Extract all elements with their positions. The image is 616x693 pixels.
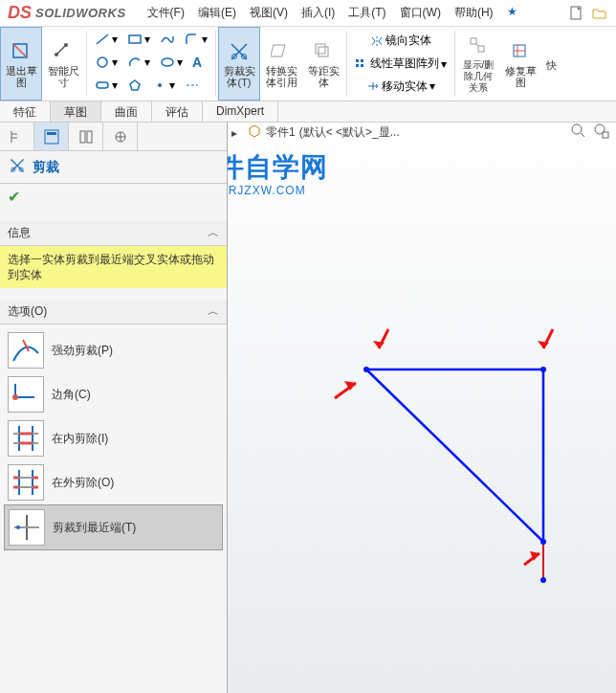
- annotation-arrow: [335, 381, 356, 398]
- open-doc-icon[interactable]: [591, 5, 608, 22]
- opt-power-trim[interactable]: 强劲剪裁(P): [4, 328, 223, 372]
- opt-trim-inside[interactable]: 在内剪除(I): [4, 416, 223, 460]
- svg-point-29: [16, 525, 20, 529]
- svg-rect-13: [319, 47, 328, 56]
- trim-outside-icon: [8, 464, 44, 501]
- svg-point-28: [12, 394, 18, 400]
- app-logo: DS SOLIDWORKS: [0, 3, 134, 23]
- menu-view[interactable]: 视图(V): [244, 1, 294, 25]
- sketch-tools-group: ▾ ▾ ▾ ▾ ▾ ▾ A ▾ ▾: [89, 27, 213, 101]
- graphics-canvas[interactable]: ▸ 零件1 (默认< <默认>_显... 软件自学网 WWW.RJZXW.COM: [228, 123, 616, 693]
- menu-insert[interactable]: 插入(I): [296, 1, 341, 25]
- chevron-up-icon: ︿: [208, 225, 219, 241]
- annotation-arrow: [373, 329, 388, 348]
- relations-icon: [467, 34, 490, 57]
- trim-icon: [228, 40, 251, 63]
- repair-sketch-button[interactable]: 修复草 图: [499, 27, 541, 101]
- transform-group: 镜向实体 线性草图阵列▾ 移动实体▾: [349, 27, 452, 101]
- menu-tools[interactable]: 工具(T): [342, 1, 391, 25]
- offset-entities-button[interactable]: 等距实 体: [302, 27, 344, 101]
- svg-rect-14: [356, 59, 359, 62]
- svg-point-35: [540, 539, 546, 545]
- svg-point-34: [540, 367, 546, 372]
- svg-marker-8: [130, 80, 140, 90]
- power-trim-icon: [8, 332, 44, 369]
- app-brand: SOLIDWORKS: [35, 6, 126, 20]
- annotation-arrow: [538, 329, 553, 348]
- move-entities-button[interactable]: 移动实体▾: [351, 76, 451, 97]
- corner-icon: [8, 376, 44, 413]
- svg-rect-4: [129, 35, 141, 43]
- menu-pin-icon[interactable]: ★: [501, 1, 523, 25]
- svg-rect-18: [471, 38, 476, 44]
- ok-check-icon[interactable]: ✔: [8, 189, 20, 205]
- exit-sketch-icon: [10, 40, 33, 63]
- pm-info-message: 选择一实体剪裁到最近端交叉实体或拖动到实体: [0, 246, 227, 288]
- tab-sketch[interactable]: 草图: [51, 101, 101, 122]
- linear-pattern-button[interactable]: 线性草图阵列▾: [351, 54, 451, 75]
- polygon-tool-icon[interactable]: [123, 75, 146, 96]
- tab-dimxpert[interactable]: DimXpert: [203, 101, 278, 122]
- menu-edit[interactable]: 编辑(E): [192, 1, 242, 25]
- dimxpert-tab-icon[interactable]: [103, 123, 138, 150]
- convert-entities-button[interactable]: 转换实 体引用: [260, 27, 302, 101]
- pm-header: 剪裁: [0, 151, 227, 184]
- pm-confirm-row: ✔: [0, 184, 227, 210]
- tab-feature[interactable]: 特征: [0, 101, 51, 122]
- tab-evaluate[interactable]: 评估: [152, 101, 203, 122]
- trim-entities-button[interactable]: 剪裁实 体(T): [218, 27, 260, 101]
- svg-rect-22: [47, 132, 56, 135]
- tab-surface[interactable]: 曲面: [101, 101, 152, 122]
- pm-options-list: 强劲剪裁(P) 边角(C) 在内剪除(I) 在外剪除(O) 剪裁到最近端(T): [0, 324, 227, 554]
- ellipse-tool-icon[interactable]: ▾: [156, 52, 187, 73]
- pm-info-header[interactable]: 信息 ︿: [0, 221, 227, 246]
- svg-point-5: [98, 57, 107, 67]
- circle-tool-icon[interactable]: ▾: [91, 52, 121, 73]
- smart-dimension-button[interactable]: 智能尺 寸: [42, 27, 84, 101]
- property-manager-tab-icon[interactable]: [34, 123, 69, 150]
- point-tool-icon[interactable]: ▾: [148, 75, 179, 96]
- exit-sketch-button[interactable]: 退出草 图: [0, 27, 42, 101]
- mirror-entities-button[interactable]: 镜向实体: [351, 31, 451, 52]
- chevron-up-icon: ︿: [208, 303, 219, 320]
- new-doc-icon[interactable]: [568, 5, 585, 22]
- svg-point-36: [540, 577, 546, 583]
- svg-rect-24: [87, 131, 92, 143]
- config-tab-icon[interactable]: [69, 123, 103, 150]
- svg-rect-7: [97, 82, 108, 88]
- sketch-triangle[interactable]: [366, 369, 543, 542]
- workspace: 剪裁 ✔ 信息 ︿ 选择一实体剪裁到最近端交叉实体或拖动到实体 选项(O) ︿ …: [0, 123, 616, 693]
- trim-header-icon: [8, 157, 27, 177]
- svg-rect-17: [361, 64, 363, 67]
- opt-trim-outside[interactable]: 在外剪除(O): [4, 460, 223, 504]
- svg-point-9: [158, 83, 162, 87]
- opt-trim-nearest[interactable]: 剪裁到最近端(T): [4, 504, 223, 550]
- svg-rect-16: [356, 64, 359, 67]
- menu-window[interactable]: 窗口(W): [394, 1, 447, 25]
- show-relations-button[interactable]: 显示/删 除几何 关系: [457, 27, 499, 101]
- svg-point-2: [55, 53, 58, 56]
- arc-tool-icon[interactable]: ▾: [123, 52, 154, 73]
- rect-tool-icon[interactable]: ▾: [123, 29, 154, 50]
- repair-icon: [509, 40, 532, 63]
- text-tool-icon[interactable]: A: [188, 52, 206, 73]
- spline-tool-icon[interactable]: [156, 29, 179, 50]
- pm-options-header[interactable]: 选项(O) ︿: [0, 300, 227, 324]
- svg-rect-23: [80, 131, 85, 143]
- centerline-tool-icon[interactable]: [181, 75, 204, 96]
- sketch-geometry: [228, 123, 616, 693]
- opt-corner[interactable]: 边角(C): [4, 372, 223, 416]
- svg-rect-19: [478, 46, 484, 52]
- feature-tree-tab-icon[interactable]: [0, 123, 34, 150]
- svg-point-3: [64, 43, 68, 47]
- svg-point-33: [363, 367, 369, 372]
- menu-file[interactable]: 文件(F): [142, 1, 190, 25]
- slot-tool-icon[interactable]: ▾: [91, 75, 121, 96]
- menubar: 文件(F) 编辑(E) 视图(V) 插入(I) 工具(T) 窗口(W) 帮助(H…: [142, 1, 523, 25]
- quick-button[interactable]: 快: [541, 27, 561, 101]
- ribbon: 退出草 图 智能尺 寸 ▾ ▾ ▾ ▾ ▾ ▾ A ▾ ▾ 剪裁实 体(T): [0, 27, 616, 101]
- line-tool-icon[interactable]: ▾: [91, 29, 121, 50]
- menu-help[interactable]: 帮助(H): [449, 1, 499, 25]
- fillet-tool-icon[interactable]: ▾: [181, 29, 211, 50]
- command-tabs: 特征 草图 曲面 评估 DimXpert: [0, 101, 616, 123]
